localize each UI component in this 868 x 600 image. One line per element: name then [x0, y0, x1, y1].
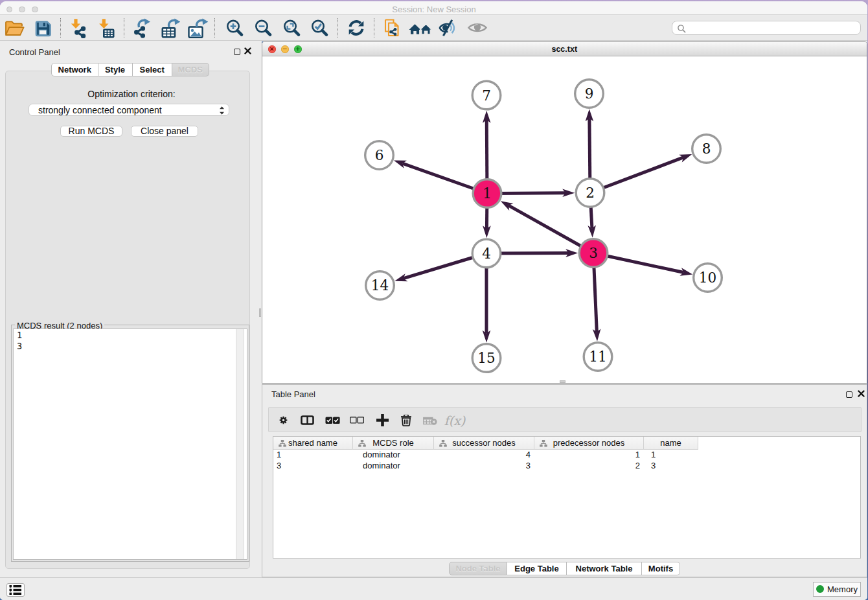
tab-mcds[interactable]: MCDS [172, 63, 209, 76]
control-panel-tabs: NetworkStyleSelectMCDS [51, 63, 209, 76]
table-toolbar-button-delete-columns[interactable] [394, 408, 418, 433]
table-cell: 1 [644, 450, 698, 461]
mcds-result-scrollbar[interactable] [236, 329, 244, 559]
window-title: Session: New Session [0, 5, 867, 14]
memory-button[interactable]: Memory [813, 582, 861, 597]
tab-node-table[interactable]: Node Table [449, 562, 507, 575]
graph-node-label-15: 15 [477, 350, 495, 366]
table-panel-title: Table Panel [271, 389, 315, 399]
table-toolbar-button-select-all[interactable] [321, 408, 344, 433]
desktop-pane: scc.txt 1234678910111415 Table Panel [257, 41, 867, 577]
toolbar-button-zoom-fit[interactable] [280, 17, 303, 39]
tab-style[interactable]: Style [98, 63, 133, 76]
tab-motifs[interactable]: Motifs [642, 562, 680, 575]
network-canvas[interactable]: 1234678910111415 [262, 57, 867, 383]
search-input[interactable] [672, 21, 861, 35]
command-panel-button[interactable] [6, 583, 25, 597]
zoom-fit-icon [282, 18, 301, 38]
splitter-grip-vertical[interactable] [259, 308, 261, 317]
tab-edge-table[interactable]: Edge Table [507, 562, 567, 575]
control-panel-float-button[interactable] [234, 49, 240, 55]
column-header-successor-nodes[interactable]: successor nodes [434, 437, 534, 450]
table-cell: 3 [434, 461, 534, 472]
control-panel-close-button[interactable] [244, 47, 251, 54]
close-icon [858, 390, 865, 397]
chevron-up-down-icon [219, 106, 225, 115]
table-cell: 3 [273, 461, 353, 472]
table-panel-float-button[interactable] [846, 391, 852, 398]
toolbar-button-import-from-ndex[interactable] [381, 17, 403, 39]
toolbar-button-import-network[interactable] [67, 17, 89, 39]
import-table-icon [97, 17, 117, 38]
toolbar-separator [214, 18, 215, 38]
table-toolbar-button-create-column[interactable] [371, 408, 394, 433]
table-toolbar-button-show-columns[interactable] [295, 408, 319, 433]
column-header-label: name [644, 438, 698, 448]
tab-select[interactable]: Select [133, 63, 173, 76]
save-icon [32, 17, 53, 38]
task-list-icon [8, 584, 23, 596]
toolbar-button-open-session[interactable] [3, 17, 25, 39]
toolbar-button-export-network[interactable] [131, 17, 154, 39]
table-panel-close-button[interactable] [858, 390, 865, 397]
toolbar-button-open-ndex[interactable] [409, 17, 431, 39]
tab-label: Select [140, 65, 165, 75]
table-panel-tabs: Node TableEdge TableNetwork TableMotifs [449, 562, 680, 575]
toolbar-button-zoom-selected[interactable] [308, 17, 330, 39]
network-view-window: scc.txt 1234678910111415 [262, 41, 867, 384]
toolbar-separator [374, 18, 374, 38]
doc-share-icon [382, 17, 402, 38]
main-toolbar [0, 16, 867, 41]
toolbar-button-save-session[interactable] [32, 17, 54, 39]
toolbar-button-zoom-out[interactable] [252, 17, 274, 39]
column-header-MCDS-role[interactable]: MCDS role [353, 437, 434, 450]
run-mcds-button[interactable]: Run MCDS [60, 126, 122, 137]
zoom-in-icon [225, 18, 244, 38]
table-cell: 4 [434, 450, 534, 461]
toolbar-button-export-image[interactable] [186, 17, 208, 39]
unselect-all-icon [350, 417, 364, 424]
node-table: shared name MCDS role successor nodes pr… [273, 436, 861, 559]
status-bar: Memory [0, 577, 867, 600]
memory-status-dot [816, 585, 824, 593]
table-cell: dominator [353, 450, 434, 461]
tab-label: Motifs [648, 564, 673, 573]
tab-label: MCDS [178, 65, 203, 75]
criterion-select[interactable]: strongly connected component [29, 104, 229, 116]
graph-node-label-2: 2 [586, 185, 595, 201]
table-panel-window: Table Panel f(x) shared [262, 384, 867, 577]
column-header-predecessor-nodes[interactable]: predecessor nodes [534, 437, 644, 450]
gear-icon [278, 415, 289, 426]
column-header-label: shared name [273, 438, 352, 448]
fx-icon: f(x) [444, 413, 466, 428]
column-header-name[interactable]: name [644, 437, 698, 450]
graph-node-label-14: 14 [371, 277, 389, 294]
network-graph: 1234678910111415 [262, 57, 866, 383]
toolbar-button-export-table[interactable] [159, 17, 181, 39]
table-toolbar-button-table-options[interactable] [271, 408, 295, 433]
toolbar-button-hide-selected[interactable] [438, 17, 460, 39]
zoom-selected-icon [310, 18, 329, 38]
column-header-shared-name[interactable]: shared name [273, 437, 353, 450]
close-panel-button[interactable]: Close panel [131, 126, 198, 137]
column-header-label: successor nodes [434, 438, 534, 448]
graph-node-label-9: 9 [585, 86, 594, 102]
toolbar-button-apply-layout[interactable] [345, 17, 367, 39]
splitter-grip-horizontal[interactable] [560, 380, 565, 383]
toolbar-button-import-table[interactable] [96, 17, 118, 39]
tab-label: Node Table [455, 564, 500, 573]
mcds-result-textarea[interactable]: 1 3 [13, 329, 247, 560]
graph-node-label-8: 8 [702, 141, 711, 157]
toolbar-button-show-all[interactable] [466, 17, 488, 39]
eye-icon [467, 17, 488, 38]
table-row[interactable]: 3dominator323 [273, 461, 860, 472]
table-toolbar-button-unselect-all[interactable] [345, 408, 369, 433]
tab-network[interactable]: Network [51, 63, 98, 76]
table-row[interactable]: 1dominator411 [273, 450, 860, 461]
tab-network-table[interactable]: Network Table [567, 562, 642, 575]
export-table-icon [159, 17, 180, 38]
toolbar-button-zoom-in[interactable] [223, 17, 246, 39]
optimization-criterion-label: Optimization criterion: [5, 89, 258, 99]
column-header-label: predecessor nodes [534, 438, 643, 448]
network-window-titlebar[interactable]: scc.txt [262, 42, 867, 56]
